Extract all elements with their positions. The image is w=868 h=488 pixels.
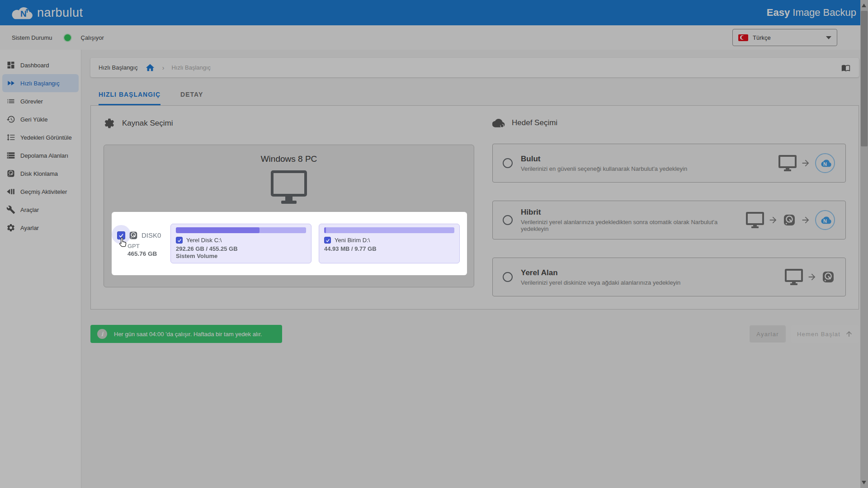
brand-name: narbulut [37,6,83,20]
option-description: Verilerinizi en güvenli seçeneği kullana… [521,165,687,172]
start-now-button[interactable]: Hemen Başlat [791,325,859,343]
sidebar-item-disk-cloning[interactable]: Disk Klonlama [0,164,81,183]
target-title: Hedef Seçimi [512,118,557,127]
scrollbar-thumb[interactable] [861,11,868,146]
list-icon [6,97,15,106]
monitor-icon [271,170,307,197]
breadcrumb-separator: › [162,64,165,71]
tab-quick-start[interactable]: HIZLI BAŞLANGIÇ [99,91,160,105]
pc-icon [746,212,764,225]
narbulut-cloud-icon: N [815,153,835,174]
option-description: Verilerinizi yerel alanlarınıza yedekled… [521,219,730,232]
target-option-local[interactable]: Yerel Alan Verilerinizi yerel diskinize … [492,258,846,296]
language-value: Türkçe [753,34,821,41]
sidebar-item-past-activities[interactable]: Geçmiş Aktiviteler [0,183,81,201]
wrench-icon [6,205,15,214]
machine-name: Windows 8 PC [104,145,474,164]
usage-bar-fill [176,227,259,233]
schedule-notice-text: Her gün saat 04:00 'da çalışır. Haftada … [114,331,262,338]
tab-bar: HIZLI BAŞLANGIÇ DETAY [99,91,859,105]
sidebar-item-dashboard[interactable]: Dashboard [0,56,81,74]
gear-icon [104,117,115,129]
disk-meta: DISK0 GPT 465.76 GB [117,230,164,257]
option-description: Verilerinizi yerel diskinize veya ağdaki… [521,279,680,286]
arrow-right-icon [801,158,811,168]
sidebar-item-quick-start[interactable]: Hızlı Başlangıç [2,74,79,92]
narbulut-logo: N narbulut [12,5,83,21]
partition-name: Yeni Birim D:\ [335,237,370,244]
radio-button[interactable] [503,158,513,168]
sidebar-item-settings[interactable]: Ayarlar [0,219,81,237]
target-option-hybrid[interactable]: Hibrit Verilerinizi yerel alanlarınıza y… [492,201,846,239]
radio-button[interactable] [503,215,513,225]
schedule-notice: i Her gün saat 04:00 'da çalışır. Haftad… [90,325,282,343]
product-title: Easy Image Backup [767,7,856,19]
breadcrumb: Hızlı Başlangıç › Hızlı Başlangıç [90,58,859,77]
turkish-flag-icon [738,34,748,41]
chevron-down-icon [826,36,831,39]
pc-icon [778,155,797,168]
gear-icon [6,223,15,232]
cloud-sync-icon [492,117,505,128]
home-icon[interactable] [145,63,155,73]
tab-detail[interactable]: DETAY [180,91,203,105]
flow-icons: N [746,210,835,230]
storage-icon [6,151,15,160]
source-title: Kaynak Seçimi [122,119,173,128]
partition-list: Yerel Disk C:\ 292.26 GB / 455.25 GB Sis… [170,224,460,263]
disk-partition-table: GPT [127,243,164,249]
scroll-down-arrow-icon[interactable] [862,481,866,484]
svg-text:N: N [20,9,27,19]
scroll-up-arrow-icon[interactable] [862,4,866,7]
narbulut-cloud-icon: N [815,210,835,230]
quick-start-panel: Kaynak Seçimi Windows 8 PC [90,105,859,310]
sidebar-item-tools[interactable]: Araçlar [0,201,81,219]
partition-note: Sistem Volume [176,253,307,259]
option-title: Yerel Alan [521,268,680,277]
usage-bar-track [176,227,306,233]
partition-checkbox[interactable] [176,237,183,244]
disk-size: 465.76 GB [127,250,164,257]
option-title: Bulut [521,155,687,164]
hard-disk-icon [821,270,835,284]
fast-forward-icon [6,79,15,88]
status-bar: Sistem Durumu Çalışıyor Türkçe [0,25,868,50]
list-arrows-icon [6,133,15,142]
system-status-value: Çalışıyor [81,34,104,41]
arrow-right-icon [807,272,817,282]
sidebar: Dashboard Hızlı Başlangıç Görevler Geri … [0,50,81,488]
disk-name: DISK0 [142,231,161,239]
restore-icon [6,115,15,124]
partition-card-c[interactable]: Yerel Disk C:\ 292.26 GB / 455.25 GB Sis… [170,224,311,263]
arrow-right-icon [801,215,811,225]
mouse-cursor [118,237,129,249]
radio-button[interactable] [503,272,513,282]
sidebar-item-tasks[interactable]: Görevler [0,92,81,110]
breadcrumb-current: Hızlı Başlangıç [171,64,211,71]
sidebar-item-view-backups[interactable]: Yedekleri Görüntüle [0,128,81,146]
settings-button[interactable]: Ayarlar [750,325,786,343]
book-icon[interactable] [841,63,851,72]
rewind-bars-icon [6,187,15,196]
sidebar-item-restore[interactable]: Geri Yükle [0,110,81,128]
footer-row: i Her gün saat 04:00 'da çalışır. Haftad… [90,325,859,343]
language-dropdown[interactable]: Türkçe [732,29,837,46]
pc-icon [785,269,803,282]
svg-text:N: N [823,218,827,224]
source-section: Kaynak Seçimi Windows 8 PC [104,117,476,297]
target-section: Hedef Seçimi Bulut Verilerinizi en güven… [492,117,846,297]
partition-usage: 292.26 GB / 455.25 GB [176,245,307,252]
disk-row-spotlight: DISK0 GPT 465.76 GB [112,212,467,275]
usage-bar-track [324,227,454,233]
flow-icons: N [778,153,835,174]
partition-card-d[interactable]: Yeni Birim D:\ 44.93 MB / 9.77 GB [319,224,460,263]
sidebar-item-storage-areas[interactable]: Depolama Alanları [0,146,81,164]
partition-name: Yerel Disk C:\ [186,237,222,244]
hard-disk-icon [6,169,15,178]
vertical-scrollbar[interactable] [860,0,868,488]
svg-text:N: N [823,161,827,167]
partition-checkbox[interactable] [324,237,331,244]
target-option-cloud[interactable]: Bulut Verilerinizi en güvenli seçeneği k… [492,144,846,183]
hard-disk-icon [782,213,797,227]
dashboard-icon [6,61,15,70]
